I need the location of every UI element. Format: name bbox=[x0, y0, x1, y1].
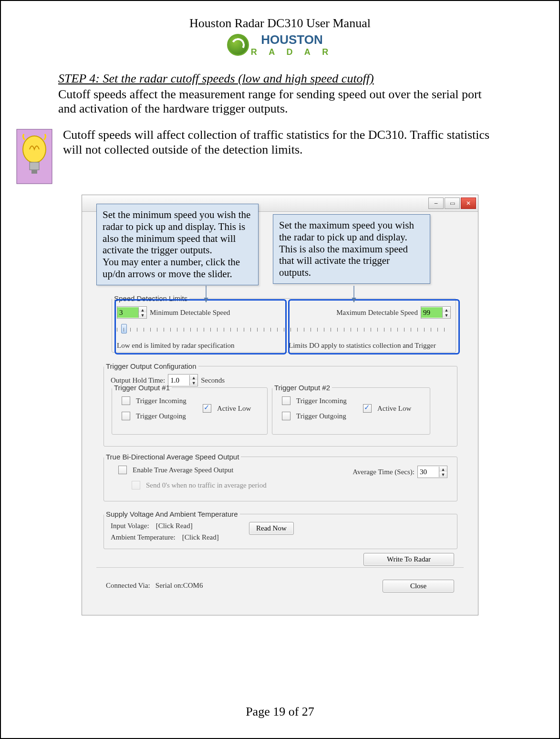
paragraph-1: Cutoff speeds affect the measurement ran… bbox=[58, 87, 502, 116]
callout-min-speed: Set the minimum speed you wish the radar… bbox=[96, 204, 259, 285]
chk-send-zeros bbox=[132, 481, 140, 489]
close-button[interactable]: Close bbox=[383, 580, 454, 593]
legend-supply: Supply Voltage And Ambient Temperature bbox=[104, 510, 240, 518]
fieldset-bidir: True Bi-Directional Average Speed Output… bbox=[104, 453, 457, 501]
tip-row: Cutoff speeds will affect collection of … bbox=[15, 128, 502, 185]
avg-time-input[interactable] bbox=[418, 467, 439, 477]
logo-line2: R A D A R bbox=[251, 47, 333, 57]
page-footer: Page 19 of 27 bbox=[1, 705, 559, 719]
window-maximize-button[interactable]: ▭ bbox=[445, 198, 460, 209]
spinner-arrows[interactable]: ▲▼ bbox=[439, 467, 447, 477]
hold-time-label: Output Hold Time: bbox=[111, 376, 165, 385]
chk-t2-outgoing[interactable] bbox=[282, 412, 290, 420]
chk-t2-active-low[interactable] bbox=[363, 404, 372, 413]
chk-t1-incoming[interactable] bbox=[122, 396, 130, 405]
connected-label: Connected Via: bbox=[106, 582, 150, 589]
connection-status: Connected Via: Serial on:COM6 bbox=[106, 582, 203, 590]
lbl-t1-active-low: Active Low bbox=[217, 405, 251, 413]
connected-value: Serial on:COM6 bbox=[156, 582, 203, 589]
window-close-button[interactable]: ✕ bbox=[461, 198, 476, 209]
separator bbox=[96, 567, 464, 568]
read-now-button[interactable]: Read Now bbox=[249, 522, 294, 535]
callout-arrow-1 bbox=[201, 286, 259, 305]
callout-max-speed: Set the maximum speed you wish the radar… bbox=[273, 214, 430, 284]
arrow-down-icon[interactable]: ▼ bbox=[439, 472, 447, 477]
page-header: Houston Radar DC310 User Manual HOUSTON … bbox=[1, 1, 559, 57]
legend-trigger-1: Trigger Output #1 bbox=[112, 384, 172, 392]
legend-bidir: True Bi-Directional Average Speed Output bbox=[104, 453, 241, 461]
lbl-t1-outgoing: Trigger Outgoing bbox=[136, 412, 186, 420]
chk-t1-outgoing[interactable] bbox=[122, 412, 130, 420]
header-title: Houston Radar DC310 User Manual bbox=[1, 16, 559, 31]
hold-time-unit: Seconds bbox=[201, 376, 225, 385]
app-window: – ▭ ✕ Set the minimum speed you wish the… bbox=[82, 195, 478, 615]
outline-max-speed bbox=[288, 299, 460, 354]
chk-t2-incoming[interactable] bbox=[282, 396, 290, 405]
svg-rect-3 bbox=[31, 170, 37, 174]
tip-paragraph: Cutoff speeds will affect collection of … bbox=[63, 128, 502, 157]
lbl-t2-outgoing: Trigger Outgoing bbox=[296, 412, 346, 420]
body-text: STEP 4: Set the radar cutoff speeds (low… bbox=[1, 72, 559, 615]
temp-value: [Click Read] bbox=[182, 533, 219, 541]
lbl-t2-incoming: Trigger Incoming bbox=[296, 397, 347, 405]
lbl-t2-active-low: Active Low bbox=[377, 405, 411, 413]
fieldset-trigger-1: Trigger Output #1 Trigger Incoming Trigg… bbox=[112, 384, 268, 435]
company-logo: HOUSTON R A D A R bbox=[1, 32, 559, 57]
legend-trigger: Trigger Output Configuration bbox=[104, 362, 198, 370]
document-page: Houston Radar DC310 User Manual HOUSTON … bbox=[0, 0, 560, 739]
lightbulb-icon bbox=[15, 128, 53, 185]
arrow-up-icon[interactable]: ▲ bbox=[190, 375, 197, 380]
chk-t1-active-low[interactable] bbox=[203, 404, 211, 413]
window-minimize-button[interactable]: – bbox=[428, 198, 444, 209]
lbl-enable-avg: Enable True Average Speed Output bbox=[133, 466, 233, 474]
temp-label: Ambient Temperature: bbox=[111, 533, 176, 541]
legend-trigger-2: Trigger Output #2 bbox=[272, 384, 332, 392]
callout-arrow-2 bbox=[349, 286, 406, 305]
arrow-up-icon[interactable]: ▲ bbox=[439, 467, 447, 472]
voltage-value: [Click Read] bbox=[156, 522, 193, 530]
outline-min-speed bbox=[114, 299, 287, 354]
voltage-label: Input Volage: bbox=[111, 522, 149, 530]
logo-line1: HOUSTON bbox=[251, 32, 333, 47]
fieldset-trigger-2: Trigger Output #2 Trigger Incoming Trigg… bbox=[272, 384, 430, 435]
avg-time-spinner[interactable]: ▲▼ bbox=[417, 466, 447, 478]
lbl-send-zeros: Send 0's when no traffic in average peri… bbox=[146, 481, 267, 489]
radar-logo-icon bbox=[227, 34, 249, 56]
svg-rect-2 bbox=[30, 162, 39, 170]
write-to-radar-button[interactable]: Write To Radar bbox=[363, 553, 454, 566]
step-heading: STEP 4: Set the radar cutoff speeds (low… bbox=[58, 72, 502, 86]
lbl-t1-incoming: Trigger Incoming bbox=[136, 397, 187, 405]
chk-enable-avg[interactable] bbox=[118, 466, 127, 474]
logo-text: HOUSTON R A D A R bbox=[251, 32, 333, 57]
avg-time-label: Average Time (Secs): bbox=[353, 468, 415, 476]
